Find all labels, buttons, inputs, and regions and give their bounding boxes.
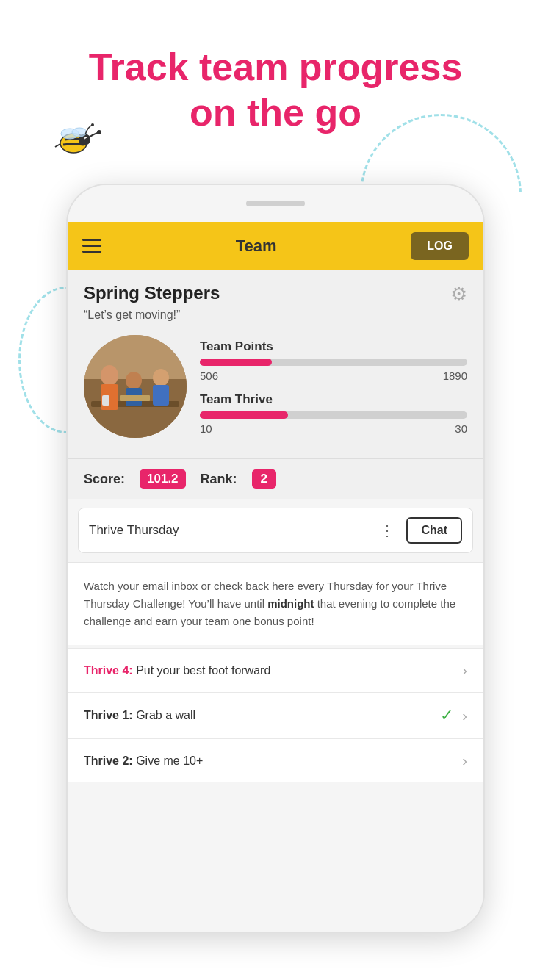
- team-thrive-bar: [200, 411, 467, 419]
- thrive-item-4[interactable]: Thrive 4: Put your best foot forward ›: [68, 648, 483, 692]
- checkmark-icon: ✓: [440, 706, 453, 725]
- phone-frame: Team LOG Spring Steppers ⚙ “Let’s get mo…: [66, 184, 485, 933]
- team-points-bar: [200, 359, 467, 366]
- log-button[interactable]: LOG: [411, 232, 469, 260]
- three-dots-menu[interactable]: ⋮: [374, 522, 400, 539]
- team-thrive-max: 30: [455, 422, 467, 435]
- team-points-max: 1890: [443, 370, 467, 382]
- svg-rect-18: [120, 395, 150, 401]
- chevron-right-icon-4: ›: [462, 662, 467, 679]
- team-thrive-label: Team Thrive: [200, 392, 467, 407]
- team-name: Spring Steppers: [84, 283, 220, 303]
- team-photo: [84, 335, 187, 438]
- svg-point-7: [91, 123, 94, 126]
- stats-info: Team Points 506 1890 Team Thrive 10 30: [200, 335, 467, 445]
- phone-speaker: [246, 201, 305, 206]
- description-text: Watch your email inbox or check back her…: [84, 577, 467, 630]
- svg-line-6: [55, 144, 60, 147]
- team-header-row: Spring Steppers ⚙: [84, 283, 467, 306]
- app-content: Team LOG Spring Steppers ⚙ “Let’s get mo…: [68, 222, 483, 932]
- team-thrive-fill: [200, 411, 288, 419]
- thrive-item-1[interactable]: Thrive 1: Grab a wall ✓ ›: [68, 692, 483, 738]
- svg-point-5: [72, 128, 87, 137]
- phone-top-bar: [68, 185, 483, 222]
- description-section: Watch your email inbox or check back her…: [68, 562, 483, 645]
- rank-badge: 2: [252, 469, 276, 489]
- chat-button[interactable]: Chat: [406, 517, 462, 544]
- hamburger-menu[interactable]: [82, 239, 101, 253]
- header-title: Team: [236, 237, 277, 256]
- thrive-item-4-text: Thrive 4: Put your best foot forward: [84, 664, 462, 677]
- gear-icon[interactable]: ⚙: [450, 283, 467, 306]
- thrive-thursday-row: Thrive Thursday ⋮ Chat: [78, 508, 473, 553]
- svg-point-8: [97, 130, 101, 134]
- score-rank-row: Score: 101.2 Rank: 2: [68, 458, 483, 499]
- bee-decoration: [44, 118, 103, 162]
- team-points-label: Team Points: [200, 339, 467, 354]
- team-thrive-current: 10: [200, 422, 212, 435]
- team-motto: “Let’s get moving!”: [84, 309, 467, 322]
- team-points-numbers: 506 1890: [200, 370, 467, 382]
- svg-point-12: [101, 365, 118, 386]
- score-badge: 101.2: [140, 469, 186, 489]
- svg-point-16: [153, 369, 169, 386]
- app-header: Team LOG: [68, 222, 483, 270]
- team-thrive-numbers: 10 30: [200, 422, 467, 435]
- team-points-current: 506: [200, 370, 218, 382]
- stats-row: Team Points 506 1890 Team Thrive 10 30: [84, 335, 467, 445]
- team-points-fill: [200, 359, 272, 366]
- svg-rect-17: [153, 385, 169, 406]
- team-section: Spring Steppers ⚙ “Let’s get moving!”: [68, 270, 483, 458]
- rank-label: Rank:: [201, 472, 237, 487]
- svg-point-14: [126, 372, 142, 389]
- score-label: Score:: [84, 472, 125, 487]
- thrive-item-2[interactable]: Thrive 2: Give me 10+ ›: [68, 738, 483, 782]
- thrive-thursday-label: Thrive Thursday: [89, 523, 368, 538]
- chevron-right-icon-1: ›: [462, 707, 467, 724]
- svg-rect-19: [102, 395, 109, 406]
- thrive-item-1-text: Thrive 1: Grab a wall: [84, 709, 440, 722]
- thrive-item-2-text: Thrive 2: Give me 10+: [84, 754, 462, 768]
- chevron-right-icon-2: ›: [462, 752, 467, 769]
- thrive-list: Thrive 4: Put your best foot forward › T…: [68, 648, 483, 782]
